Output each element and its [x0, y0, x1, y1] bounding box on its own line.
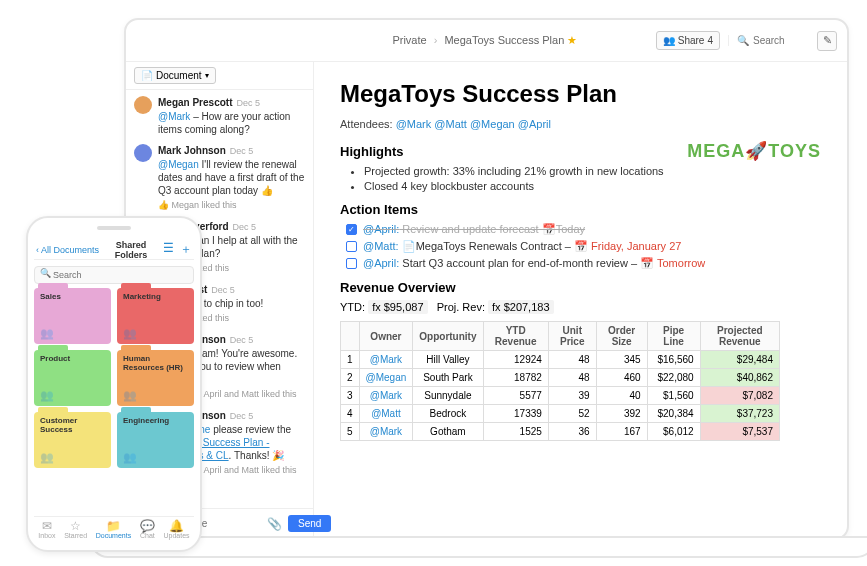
table-row[interactable]: 5@MarkGotham152536167$6,012$7,537 [341, 423, 780, 441]
table-header-row: OwnerOpportunityYTD RevenueUnit PriceOrd… [341, 322, 780, 351]
msg-date: Dec 5 [233, 221, 257, 234]
folder-f-sales[interactable]: Sales👥 [34, 288, 111, 344]
folder-f-hr[interactable]: Human Resources (HR)👥 [117, 350, 194, 406]
phone-tab-chat[interactable]: 💬Chat [140, 522, 155, 540]
search-icon: 🔍 [40, 268, 51, 278]
starred-icon: ☆ [64, 522, 87, 531]
avatar[interactable] [134, 96, 152, 114]
phone-tab-starred[interactable]: ☆Starred [64, 522, 87, 540]
breadcrumb[interactable]: Private › MegaToys Success Plan ★ [314, 34, 656, 47]
highlight-item: Projected growth: 33% including 21% grow… [364, 165, 821, 177]
msg-author: Megan Prescott [158, 96, 232, 109]
revenue-table: OwnerOpportunityYTD RevenueUnit PriceOrd… [340, 321, 780, 441]
col-header[interactable]: Unit Price [548, 322, 596, 351]
mention[interactable]: @Megan [158, 159, 199, 170]
mention[interactable]: @Mark [158, 111, 190, 122]
table-row[interactable]: 1@MarkHill Valley1292448345$16,560$29,48… [341, 351, 780, 369]
owner-cell[interactable]: @Mark [359, 387, 413, 405]
checkbox[interactable] [346, 241, 357, 252]
folder-f-eng[interactable]: Engineering👥 [117, 412, 194, 468]
phone-window: ‹ All Documents Shared Folders ☰ ＋ 🔍 Sal… [26, 216, 202, 552]
col-header[interactable] [341, 322, 360, 351]
list-toggle-icon[interactable]: ☰ [163, 241, 174, 258]
action-item[interactable]: ✓@April: Review and update forecast 📅Tod… [346, 223, 821, 236]
breadcrumb-doc[interactable]: MegaToys Success Plan [444, 34, 564, 46]
chat-icon: 💬 [140, 522, 155, 531]
msg-date: Dec 5 [230, 334, 254, 347]
col-header[interactable]: Projected Revenue [700, 322, 779, 351]
header-search[interactable]: 🔍 [728, 35, 809, 46]
folder-f-prod[interactable]: Product👥 [34, 350, 111, 406]
owner-cell[interactable]: @Mark [359, 423, 413, 441]
col-header[interactable]: Pipe Line [647, 322, 700, 351]
people-icon: 👥 [123, 451, 137, 464]
table-row[interactable]: 4@MattBedrock1733952392$20,384$37,723 [341, 405, 780, 423]
attendees-line: Attendees: @Mark @Matt @Megan @April [340, 118, 821, 130]
phone-search-input[interactable] [34, 266, 194, 284]
action-item[interactable]: @Matt: 📄MegaToys Renewals Contract – 📅 F… [346, 240, 821, 253]
checkbox[interactable]: ✓ [346, 224, 357, 235]
doc-header: Private › MegaToys Success Plan ★ 👥 Shar… [126, 20, 847, 62]
brand-logo: MEGA🚀TOYS [687, 140, 821, 162]
mention[interactable]: @April: [363, 223, 399, 235]
attendees-mentions[interactable]: @Mark @Matt @Megan @April [396, 118, 551, 130]
chevron-right-icon: › [430, 34, 442, 46]
share-button[interactable]: 👥 Share 4 [656, 31, 720, 50]
add-icon[interactable]: ＋ [180, 241, 192, 258]
owner-cell[interactable]: @Megan [359, 369, 413, 387]
chat-toolbar: 📄 Document ▾ [126, 62, 313, 90]
reaction-row[interactable]: 👍 Megan liked this [158, 199, 305, 212]
projected-cell: $7,082 [700, 387, 779, 405]
msg-date: Dec 5 [211, 284, 235, 297]
document-page[interactable]: MegaToys Success Plan Attendees: @Mark @… [314, 62, 847, 538]
table-row[interactable]: 2@MeganSouth Park1878248460$22,080$40,86… [341, 369, 780, 387]
page-title: MegaToys Success Plan [340, 80, 821, 108]
phone-tabbar: ✉Inbox☆Starred📁Documents💬Chat🔔Updates [34, 516, 194, 544]
star-icon[interactable]: ★ [567, 34, 577, 46]
compose-button[interactable]: ✎ [817, 31, 837, 51]
msg-date: Dec 5 [230, 410, 254, 423]
col-header[interactable]: YTD Revenue [483, 322, 548, 351]
owner-cell[interactable]: @Matt [359, 405, 413, 423]
phone-search[interactable]: 🔍 [34, 264, 194, 284]
highlight-item: Closed 4 key blockbuster accounts [364, 180, 821, 192]
phone-nav: ‹ All Documents Shared Folders ☰ ＋ [34, 240, 194, 260]
msg-date: Dec 5 [236, 97, 260, 110]
folder-f-cs[interactable]: Customer Success👥 [34, 412, 111, 468]
avatar[interactable] [134, 144, 152, 162]
owner-cell[interactable]: @Mark [359, 351, 413, 369]
action-items-list: ✓@April: Review and update forecast 📅Tod… [340, 223, 821, 270]
folder-f-mkt[interactable]: Marketing👥 [117, 288, 194, 344]
phone-tab-updates[interactable]: 🔔Updates [164, 522, 190, 540]
chat-message[interactable]: Megan PrescottDec 5@Mark – How are your … [134, 96, 305, 136]
chevron-down-icon: ▾ [205, 71, 209, 80]
due-flag: 📅 Friday, January 27 [574, 240, 681, 252]
document-dropdown[interactable]: 📄 Document ▾ [134, 67, 216, 84]
col-header[interactable]: Order Size [596, 322, 647, 351]
search-input[interactable] [753, 35, 809, 46]
checkbox[interactable] [346, 258, 357, 269]
table-row[interactable]: 3@MarkSunnydale55773940$1,560$7,082 [341, 387, 780, 405]
back-button[interactable]: ‹ All Documents [34, 245, 99, 255]
mention[interactable]: @Matt: [363, 240, 399, 252]
people-icon: 👥 [40, 327, 54, 340]
people-icon: 👥 [123, 389, 137, 402]
highlights-list: Projected growth: 33% including 21% grow… [340, 165, 821, 192]
msg-date: Dec 5 [230, 145, 254, 158]
attach-icon[interactable]: 📎 [267, 517, 282, 531]
chat-message[interactable]: Mark JohnsonDec 5@Megan I'll review the … [134, 144, 305, 212]
mention[interactable]: @April: [363, 257, 399, 269]
col-header[interactable]: Opportunity [413, 322, 483, 351]
people-icon: 👥 [40, 389, 54, 402]
msg-text: @Megan I'll review the renewal dates and… [158, 158, 305, 197]
heading-revenue: Revenue Overview [340, 280, 821, 295]
proj-rev-chip: fx $207,183 [488, 300, 554, 314]
breadcrumb-root[interactable]: Private [392, 34, 426, 46]
phone-tab-inbox[interactable]: ✉Inbox [38, 522, 55, 540]
col-header[interactable]: Owner [359, 322, 413, 351]
phone-tab-documents[interactable]: 📁Documents [96, 522, 131, 540]
projected-cell: $37,723 [700, 405, 779, 423]
action-item[interactable]: @April: Start Q3 account plan for end-of… [346, 257, 821, 270]
phone-title: Shared Folders [99, 240, 163, 260]
heading-action-items: Action Items [340, 202, 821, 217]
